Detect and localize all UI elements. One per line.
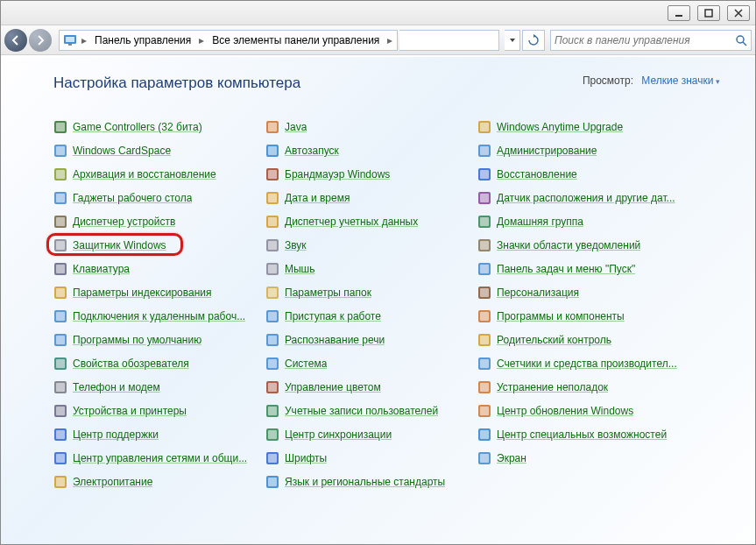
cp-item[interactable]: Центр поддержки — [53, 426, 262, 443]
svg-rect-58 — [268, 312, 277, 321]
cp-item-icon — [265, 262, 279, 276]
cp-item-label: Учетные записи пользователей — [285, 405, 438, 417]
svg-rect-10 — [268, 123, 277, 131]
cp-item[interactable]: Windows CardSpace — [53, 142, 262, 159]
cp-item[interactable]: Параметры индексирования — [53, 284, 262, 301]
cp-item[interactable]: Архивация и восстановление — [53, 166, 262, 183]
svg-rect-22 — [268, 170, 277, 179]
cp-item[interactable]: Электропитание — [53, 473, 262, 491]
cp-item[interactable]: Звук — [265, 237, 474, 254]
search-box[interactable] — [550, 30, 752, 51]
cp-item[interactable]: Домашняя группа — [477, 213, 686, 230]
svg-point-5 — [737, 36, 744, 43]
cp-item[interactable]: Язык и региональные стандарты — [265, 473, 474, 491]
cp-item[interactable]: Дата и время — [265, 189, 474, 207]
cp-item[interactable]: Диспетчер учетных данных — [265, 213, 474, 230]
svg-rect-28 — [268, 194, 277, 202]
cp-item[interactable]: Распознавание речи — [265, 331, 474, 349]
cp-item[interactable]: Устранение неполадок — [477, 379, 686, 396]
cp-item-label: Система — [285, 357, 327, 370]
minimize-button[interactable] — [668, 5, 690, 21]
svg-rect-98 — [56, 478, 65, 486]
svg-rect-100 — [268, 478, 277, 486]
view-mode-dropdown[interactable]: Мелкие значки — [641, 74, 720, 87]
cp-item[interactable]: Приступая к работе — [265, 308, 474, 325]
cp-item-icon — [53, 144, 67, 158]
cp-item[interactable]: Центр специальных возможностей — [477, 426, 686, 443]
cp-item[interactable]: Восстановление — [477, 166, 686, 183]
cp-item[interactable]: Game Controllers (32 бита) — [53, 118, 262, 136]
cp-item[interactable]: Гаджеты рабочего стола — [53, 189, 262, 207]
cp-item-label: Java — [285, 121, 307, 133]
cp-item-icon — [265, 215, 279, 229]
cp-item-icon — [477, 451, 491, 465]
cp-item-label: Архивация и восстановление — [73, 168, 216, 180]
cp-item[interactable]: Java — [265, 118, 474, 136]
cp-item[interactable]: Счетчики и средства производител... — [477, 355, 686, 372]
search-input[interactable] — [555, 34, 735, 46]
cp-item[interactable]: Шрифты — [265, 449, 474, 467]
address-bar[interactable] — [399, 30, 499, 51]
cp-item[interactable]: Диспетчер устройств — [53, 213, 262, 230]
breadcrumb-seg-1[interactable]: Панель управления — [89, 34, 196, 46]
cp-item[interactable]: Защитник Windows — [53, 237, 262, 254]
cp-item-label: Программы и компоненты — [497, 310, 625, 322]
chevron-right-icon[interactable]: ▸ — [385, 34, 395, 46]
cp-item[interactable]: Центр синхронизации — [265, 426, 474, 443]
cp-item[interactable]: Экран — [477, 449, 686, 467]
cp-item[interactable]: Учетные записи пользователей — [265, 402, 474, 420]
breadcrumb-seg-2[interactable]: Все элементы панели управления — [207, 34, 385, 46]
cp-item[interactable]: Свойства обозревателя — [53, 355, 262, 372]
cp-item[interactable]: Windows Anytime Upgrade — [477, 118, 686, 136]
cp-item[interactable]: Датчик расположения и другие дат... — [477, 189, 686, 207]
cp-item-label: Гаджеты рабочего стола — [73, 192, 192, 204]
cp-item[interactable]: Мышь — [265, 260, 474, 278]
cp-item[interactable]: Персонализация — [477, 284, 686, 301]
cp-item[interactable]: Центр обновления Windows — [477, 402, 686, 420]
cp-item-label: Центр обновления Windows — [497, 405, 633, 417]
cp-item-icon — [53, 262, 67, 276]
cp-item-icon — [53, 191, 67, 205]
cp-item-icon — [53, 120, 67, 134]
cp-item[interactable]: Параметры папок — [265, 284, 474, 301]
svg-rect-92 — [56, 454, 65, 463]
cp-item-label: Язык и региональные стандарты — [285, 476, 445, 488]
refresh-button[interactable] — [522, 30, 545, 51]
cp-item-icon — [265, 357, 279, 371]
cp-item[interactable]: Телефон и модем — [53, 379, 262, 396]
address-dropdown[interactable] — [505, 30, 520, 51]
chevron-right-icon[interactable]: ▸ — [79, 34, 89, 46]
cp-item[interactable]: Автозапуск — [265, 142, 474, 159]
cp-item[interactable]: Программы и компоненты — [477, 308, 686, 325]
breadcrumb[interactable]: ▸ Панель управления ▸ Все элементы панел… — [59, 30, 398, 51]
cp-item[interactable]: Программы по умолчанию — [53, 331, 262, 349]
chevron-right-icon[interactable]: ▸ — [196, 34, 207, 46]
cp-item[interactable]: Родительский контроль — [477, 331, 686, 349]
svg-rect-78 — [480, 383, 489, 392]
cp-item[interactable]: Центр управления сетями и общи... — [53, 449, 262, 467]
cp-item[interactable]: Управление цветом — [265, 379, 474, 396]
cp-item[interactable]: Администрирование — [477, 142, 686, 159]
cp-item-icon — [265, 333, 279, 347]
cp-item[interactable]: Устройства и принтеры — [53, 402, 262, 420]
cp-item[interactable]: Клавиатура — [53, 260, 262, 278]
svg-rect-86 — [56, 430, 65, 439]
cp-item[interactable]: Значки области уведомлений — [477, 237, 686, 254]
cp-item-icon — [53, 475, 67, 489]
cp-item-icon — [265, 120, 279, 134]
heading-row: Настройка параметров компьютера Просмотр… — [53, 74, 720, 92]
cp-item[interactable]: Подключения к удаленным рабоч... — [53, 308, 262, 325]
svg-rect-3 — [66, 37, 74, 42]
cp-item[interactable]: Система — [265, 355, 474, 372]
cp-item-label: Центр специальных возможностей — [497, 428, 667, 441]
cp-item-icon — [477, 333, 491, 347]
cp-item[interactable]: Брандмауэр Windows — [265, 166, 474, 183]
maximize-button[interactable] — [697, 5, 720, 21]
svg-rect-8 — [56, 123, 65, 131]
cp-item-label: Телефон и модем — [73, 381, 160, 393]
back-button[interactable] — [4, 29, 27, 52]
forward-button[interactable] — [29, 29, 52, 52]
svg-rect-88 — [268, 430, 277, 439]
close-button[interactable] — [727, 5, 750, 21]
cp-item[interactable]: Панель задач и меню "Пуск" — [477, 260, 686, 278]
